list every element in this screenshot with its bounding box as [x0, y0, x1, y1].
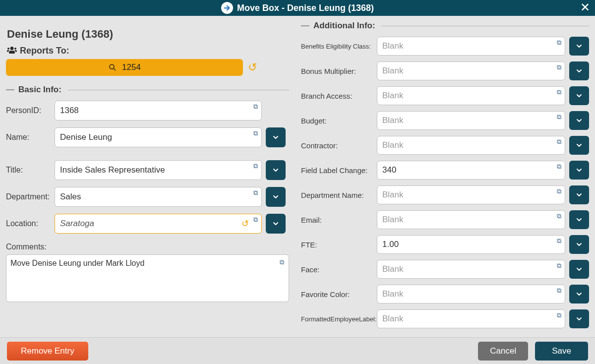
- field-input[interactable]: [377, 185, 565, 204]
- window-title: Move Box - Denise Leung (1368): [237, 3, 374, 13]
- field-input[interactable]: [377, 37, 565, 56]
- popout-icon[interactable]: ⧉: [557, 262, 561, 270]
- department-input[interactable]: [55, 187, 262, 207]
- cancel-button[interactable]: Cancel: [478, 342, 528, 361]
- additional-field-row: Contractor:⧉: [301, 136, 589, 155]
- additional-field-row: Favorite Color:⧉: [301, 285, 589, 303]
- dialog-footer: Remove Entry Cancel Save: [0, 337, 595, 364]
- right-panel: — Additional Info: Benefits Eligibility …: [295, 20, 595, 337]
- expand-button[interactable]: [569, 111, 589, 130]
- additional-field-row: Benefits Eligibility Class:⧉: [301, 37, 589, 56]
- field-label: FormattedEmployeeLabel:: [301, 315, 377, 323]
- basic-info-legend: — Basic Info:: [6, 85, 289, 95]
- additional-field-row: Face:⧉: [301, 260, 589, 279]
- popout-icon[interactable]: ⧉: [253, 216, 258, 224]
- expand-button[interactable]: [569, 61, 589, 80]
- expand-button[interactable]: [569, 309, 589, 328]
- expand-button[interactable]: [266, 127, 286, 147]
- popout-icon[interactable]: ⧉: [557, 237, 561, 245]
- field-input[interactable]: [377, 161, 565, 180]
- field-label: Bonus Multiplier:: [301, 67, 377, 75]
- reports-to-search[interactable]: 1254: [6, 59, 243, 76]
- expand-button[interactable]: [569, 136, 589, 155]
- popout-icon[interactable]: ⧉: [557, 39, 561, 47]
- popout-icon[interactable]: ⧉: [253, 129, 258, 137]
- popout-icon[interactable]: ⧉: [253, 162, 258, 170]
- expand-button[interactable]: [266, 214, 286, 234]
- field-input[interactable]: [377, 309, 565, 328]
- close-icon[interactable]: ✕: [580, 0, 590, 14]
- svg-line-2: [114, 68, 116, 70]
- reports-to-value: 1254: [122, 62, 141, 72]
- field-label: Department Name:: [301, 191, 377, 199]
- popout-icon[interactable]: ⧉: [253, 189, 258, 197]
- popout-icon[interactable]: ⧉: [557, 187, 561, 195]
- popout-icon[interactable]: ⧉: [280, 258, 284, 266]
- expand-button[interactable]: [569, 235, 589, 254]
- location-input[interactable]: [55, 214, 262, 234]
- expand-button[interactable]: [569, 86, 589, 105]
- save-button[interactable]: Save: [535, 342, 588, 361]
- popout-icon[interactable]: ⧉: [557, 138, 561, 146]
- expand-button[interactable]: [569, 285, 589, 303]
- additional-field-row: Budget:⧉: [301, 111, 589, 130]
- field-label: Budget:: [301, 117, 377, 125]
- field-input[interactable]: [377, 235, 565, 254]
- additional-field-row: FormattedEmployeeLabel:⧉: [301, 309, 589, 328]
- field-label: Branch Access:: [301, 92, 377, 100]
- popout-icon[interactable]: ⧉: [557, 311, 561, 319]
- field-label: FTE:: [301, 241, 377, 249]
- dialog-content: Denise Leung (1368) Reports To: 1254 ↺ —…: [0, 16, 595, 337]
- title-label: Title:: [6, 166, 55, 175]
- expand-button[interactable]: [569, 37, 589, 56]
- expand-button[interactable]: [569, 260, 589, 279]
- field-label: Field Label Change:: [301, 166, 377, 175]
- additional-field-row: Email:⧉: [301, 210, 589, 229]
- name-input[interactable]: [55, 127, 262, 147]
- name-label: Name:: [6, 133, 55, 142]
- undo-icon[interactable]: ↺: [247, 61, 258, 74]
- field-input[interactable]: [377, 210, 565, 229]
- department-label: Department:: [6, 192, 55, 201]
- popout-icon[interactable]: ⧉: [557, 163, 561, 171]
- field-label: Email:: [301, 216, 377, 224]
- reports-to-label: Reports To:: [20, 46, 69, 56]
- popout-icon[interactable]: ⧉: [557, 63, 561, 71]
- expand-button[interactable]: [266, 187, 286, 207]
- remove-entry-button[interactable]: Remove Entry: [7, 342, 88, 361]
- location-label: Location:: [6, 219, 55, 228]
- field-input[interactable]: [377, 260, 565, 279]
- popout-icon[interactable]: ⧉: [557, 287, 561, 295]
- expand-button[interactable]: [569, 210, 589, 229]
- popout-icon[interactable]: ⧉: [557, 88, 561, 96]
- field-input[interactable]: [377, 285, 565, 303]
- undo-icon[interactable]: ↺: [241, 218, 249, 229]
- titlebar: Move Box - Denise Leung (1368) ✕: [0, 0, 595, 16]
- additional-field-row: Department Name:⧉: [301, 185, 589, 204]
- personid-label: PersonID:: [6, 106, 55, 115]
- popout-icon[interactable]: ⧉: [557, 113, 561, 121]
- field-input[interactable]: [377, 136, 565, 155]
- comments-label: Comments:: [6, 243, 289, 251]
- field-label: Contractor:: [301, 141, 377, 150]
- additional-field-row: FTE:⧉: [301, 235, 589, 254]
- field-input[interactable]: [377, 111, 565, 130]
- field-label: Benefits Eligibility Class:: [301, 43, 377, 50]
- field-input[interactable]: [377, 86, 565, 105]
- people-icon: [7, 46, 17, 56]
- field-label: Favorite Color:: [301, 290, 377, 299]
- title-input[interactable]: [55, 160, 262, 180]
- expand-button[interactable]: [569, 161, 589, 180]
- popout-icon[interactable]: ⧉: [557, 212, 561, 220]
- svg-point-1: [110, 64, 114, 69]
- additional-field-row: Branch Access:⧉: [301, 86, 589, 105]
- expand-button[interactable]: [266, 160, 286, 180]
- personid-input[interactable]: [55, 101, 262, 121]
- left-panel: Denise Leung (1368) Reports To: 1254 ↺ —…: [0, 20, 295, 337]
- popout-icon[interactable]: ⧉: [253, 103, 258, 111]
- expand-button[interactable]: [569, 185, 589, 204]
- comments-input[interactable]: [6, 254, 289, 302]
- field-input[interactable]: [377, 61, 565, 80]
- additional-info-legend: — Additional Info:: [301, 21, 589, 31]
- move-arrow-icon: [221, 2, 233, 14]
